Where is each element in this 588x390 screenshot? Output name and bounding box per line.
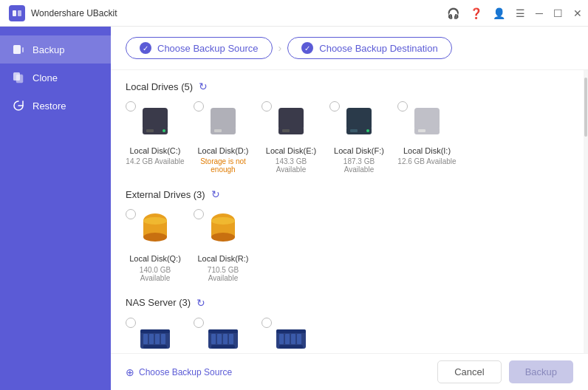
- sidebar-item-backup[interactable]: Backup: [0, 35, 111, 64]
- drive-icon-q: [134, 209, 176, 250]
- svg-rect-44: [211, 345, 235, 349]
- footer-choose-source-label: Choose Backup Source: [139, 367, 232, 377]
- drive-radio-i[interactable]: [397, 101, 408, 112]
- content-area: ✓ Choose Backup Source › ✓ Choose Backup…: [111, 27, 588, 390]
- drive-space-q: 140.0 GB Available: [126, 266, 185, 282]
- sidebar-item-restore[interactable]: Restore: [0, 92, 111, 120]
- svg-rect-3: [22, 47, 24, 52]
- step-source-label: Choose Backup Source: [157, 43, 259, 54]
- svg-rect-0: [13, 10, 16, 16]
- drive-space-d: Storage is not enough: [194, 157, 253, 174]
- local-drives-label: Local Drives (5): [126, 81, 193, 92]
- menu-icon[interactable]: ☰: [516, 7, 525, 19]
- svg-rect-33: [143, 334, 148, 344]
- drive-space-r: 710.5 GB Available: [194, 266, 253, 282]
- close-button[interactable]: ✕: [573, 7, 582, 19]
- drive-space-i: 12.6 GB Available: [397, 157, 456, 165]
- drive-radio-d[interactable]: [194, 101, 204, 112]
- headphone-icon[interactable]: 🎧: [447, 7, 459, 19]
- svg-rect-35: [155, 334, 160, 344]
- app-title: Wondershare UBackit: [31, 8, 117, 18]
- local-drives-refresh-icon[interactable]: ↻: [199, 81, 208, 92]
- external-drives-refresh-icon[interactable]: ↻: [211, 188, 220, 200]
- svg-rect-12: [214, 129, 222, 132]
- title-bar-controls: 🎧 ❓ 👤 ☰ ─ ☐ ✕: [447, 7, 582, 19]
- drive-item-q[interactable]: Local Disk(Q:) 140.0 GB Available: [126, 209, 185, 281]
- sidebar-clone-label: Clone: [33, 72, 58, 83]
- drive-item-d[interactable]: Local Disk(D:) Storage is not enough: [194, 101, 253, 174]
- drive-item-r[interactable]: Local Disk(R:) 710.5 GB Available: [194, 209, 253, 281]
- sidebar-restore-label: Restore: [33, 100, 66, 112]
- svg-rect-51: [279, 345, 303, 349]
- svg-rect-1: [18, 10, 21, 16]
- nas-server-header: NAS Server (3) ↻: [126, 297, 569, 309]
- backup-button[interactable]: Backup: [509, 360, 573, 383]
- drive-item-i[interactable]: Local Disk(I:) 12.6 GB Available: [397, 101, 457, 174]
- title-bar: Wondershare UBackit 🎧 ❓ 👤 ☰ ─ ☐ ✕: [0, 0, 588, 27]
- drive-space-c: 14.2 GB Available: [126, 157, 184, 165]
- svg-point-19: [366, 129, 369, 132]
- drive-radio-f[interactable]: [329, 101, 340, 112]
- drive-radio-c[interactable]: [126, 101, 136, 112]
- drive-radio-e[interactable]: [261, 101, 272, 112]
- svg-rect-22: [418, 129, 425, 132]
- restore-icon: [12, 99, 25, 112]
- local-drives-header: Local Drives (5) ↻: [126, 81, 569, 92]
- drive-radio-z[interactable]: [261, 318, 272, 328]
- svg-point-25: [143, 233, 167, 242]
- drives-scroll-area[interactable]: Local Drives (5) ↻: [111, 70, 584, 390]
- svg-rect-37: [143, 345, 167, 349]
- svg-rect-40: [211, 334, 216, 344]
- svg-rect-47: [279, 334, 284, 344]
- drive-space-f: 187.3 GB Available: [329, 157, 389, 174]
- cancel-button[interactable]: Cancel: [437, 360, 501, 383]
- footer-choose-source[interactable]: ⊕ Choose Backup Source: [126, 366, 232, 378]
- drive-icon-d: [202, 101, 244, 143]
- step-source[interactable]: ✓ Choose Backup Source: [126, 37, 273, 59]
- svg-rect-5: [16, 75, 23, 83]
- svg-rect-10: [211, 108, 236, 130]
- steps-bar: ✓ Choose Backup Source › ✓ Choose Backup…: [111, 27, 588, 70]
- step-destination-check: ✓: [301, 42, 313, 54]
- svg-rect-48: [285, 334, 290, 344]
- svg-rect-42: [223, 334, 228, 344]
- scrollbar-thumb[interactable]: [584, 78, 587, 137]
- svg-point-30: [211, 217, 235, 225]
- svg-rect-32: [140, 329, 170, 333]
- drive-radio-x[interactable]: [126, 318, 136, 328]
- drive-name-c: Local Disk(C:): [129, 146, 180, 156]
- question-icon[interactable]: ❓: [470, 7, 482, 19]
- drive-name-e: Local Disk(E:): [266, 146, 316, 156]
- backup-icon: [12, 43, 25, 56]
- step-destination[interactable]: ✓ Choose Backup Destination: [287, 37, 451, 59]
- svg-rect-39: [208, 329, 238, 333]
- drive-icon-e: [270, 101, 312, 143]
- drive-name-r: Local Disk(R:): [197, 253, 248, 264]
- drive-radio-y[interactable]: [194, 318, 204, 328]
- svg-rect-13: [278, 108, 304, 130]
- external-drives-header: External Drives (3) ↻: [126, 188, 569, 200]
- svg-rect-46: [276, 329, 306, 333]
- nas-refresh-icon[interactable]: ↻: [196, 297, 205, 309]
- minimize-button[interactable]: ─: [536, 7, 543, 19]
- drive-icon-i: [406, 101, 448, 143]
- drive-item-f[interactable]: Local Disk(F:) 187.3 GB Available: [329, 101, 389, 174]
- scrollbar-track[interactable]: [584, 70, 588, 390]
- drive-name-f: Local Disk(F:): [334, 146, 384, 156]
- svg-rect-34: [149, 334, 154, 344]
- svg-rect-8: [146, 129, 154, 132]
- drive-item-e[interactable]: Local Disk(E:) 143.3 GB Available: [261, 101, 321, 174]
- svg-rect-20: [414, 108, 440, 130]
- svg-rect-41: [217, 334, 222, 344]
- sidebar-item-clone[interactable]: Clone: [0, 64, 111, 92]
- drive-item-c[interactable]: Local Disk(C:) 14.2 GB Available: [126, 101, 185, 174]
- footer: ⊕ Choose Backup Source Cancel Backup: [111, 353, 588, 390]
- user-icon[interactable]: 👤: [493, 7, 505, 19]
- step-source-check: ✓: [140, 42, 151, 54]
- svg-rect-18: [350, 129, 358, 132]
- svg-rect-36: [161, 334, 165, 344]
- drive-icon-r: [202, 209, 244, 250]
- maximize-button[interactable]: ☐: [553, 7, 563, 19]
- drive-name-i: Local Disk(I:): [403, 146, 451, 156]
- svg-rect-16: [346, 108, 372, 130]
